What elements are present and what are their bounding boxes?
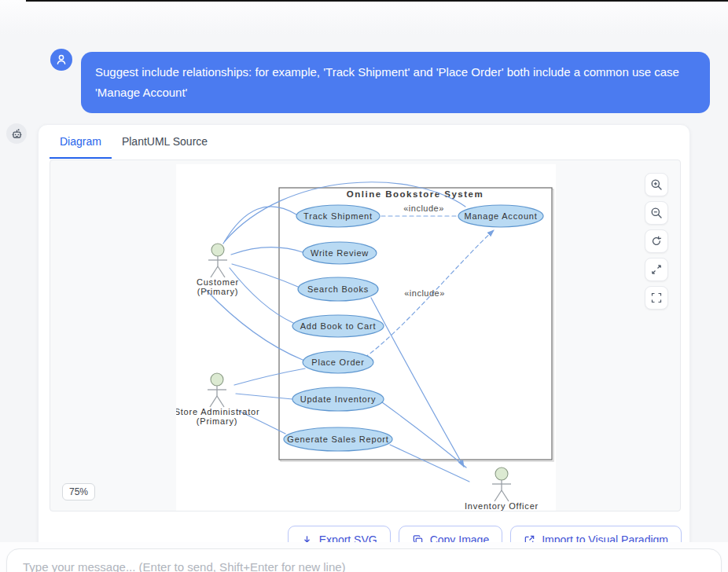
system-boundary-title: Online Bookstore System bbox=[347, 189, 483, 199]
usecase-place-order[interactable]: Place Order bbox=[303, 351, 373, 373]
top-edge-line bbox=[26, 0, 728, 2]
actor-name: Store Administrator bbox=[176, 407, 259, 416]
robot-icon bbox=[10, 127, 24, 141]
usecase-track-shipment[interactable]: Track Shipment bbox=[296, 205, 380, 227]
diagram-canvas: Online Bookstore System«include»«include… bbox=[176, 164, 556, 512]
input-strip bbox=[0, 542, 728, 572]
reset-view-icon bbox=[650, 235, 663, 248]
usecase-search-books[interactable]: Search Books bbox=[298, 277, 378, 301]
actor-head bbox=[211, 244, 224, 256]
person-icon bbox=[55, 53, 68, 66]
zoom-level-badge: 75% bbox=[62, 483, 95, 500]
tab-bar: Diagram PlantUML Source bbox=[50, 125, 218, 160]
usecase-diagram: Online Bookstore System«include»«include… bbox=[176, 164, 556, 512]
message-input-box bbox=[6, 548, 722, 572]
actor-inventory-officer[interactable]: Inventory Officer(Secondary) bbox=[465, 468, 539, 512]
message-input[interactable] bbox=[7, 549, 721, 572]
zoom-in-button[interactable] bbox=[645, 173, 668, 196]
usecase-write-review[interactable]: Write Review bbox=[303, 242, 377, 264]
actor-head bbox=[211, 373, 223, 386]
actor-role: (Primary) bbox=[197, 416, 237, 426]
actor-role: (Secondary) bbox=[475, 511, 529, 512]
usecase-label: Update Inventory bbox=[300, 394, 377, 404]
zoom-out-icon bbox=[650, 207, 663, 219]
fit-screen-icon bbox=[650, 263, 663, 276]
diagram-viewport[interactable]: Online Bookstore System«include»«include… bbox=[50, 160, 681, 512]
user-avatar bbox=[50, 49, 72, 71]
tab-plantuml-source[interactable]: PlantUML Source bbox=[112, 125, 218, 159]
usecase-add-book-to-cart[interactable]: Add Book to Cart bbox=[292, 315, 384, 337]
include-label: «include» bbox=[404, 288, 445, 298]
actor-name: Customer bbox=[197, 277, 239, 287]
fullscreen-button[interactable] bbox=[645, 286, 668, 310]
include-label: «include» bbox=[403, 204, 444, 213]
user-message-bubble: Suggest include relationships: for examp… bbox=[81, 52, 710, 113]
usecase-label: Place Order bbox=[311, 358, 365, 367]
usecase-label: Track Shipment bbox=[303, 211, 373, 221]
usecase-generate-sales-report[interactable]: Generate Sales Report bbox=[284, 427, 392, 451]
tab-diagram[interactable]: Diagram bbox=[50, 125, 112, 159]
zoom-out-button[interactable] bbox=[645, 201, 668, 225]
usecase-label: Add Book to Cart bbox=[300, 321, 377, 331]
reset-view-button[interactable] bbox=[645, 229, 668, 253]
usecase-label: Manage Account bbox=[464, 211, 537, 221]
zoom-controls bbox=[645, 173, 668, 314]
usecase-label: Search Books bbox=[307, 284, 369, 294]
actor-head bbox=[495, 468, 508, 480]
bot-avatar bbox=[6, 123, 27, 144]
usecase-update-inventory[interactable]: Update Inventory bbox=[292, 387, 384, 411]
zoom-in-icon bbox=[650, 178, 663, 191]
usecase-label: Write Review bbox=[311, 248, 369, 258]
fit-screen-button[interactable] bbox=[645, 258, 668, 281]
actor-customer[interactable]: Customer(Primary) bbox=[197, 244, 239, 296]
usecase-label: Generate Sales Report bbox=[287, 434, 388, 444]
usecase-manage-account[interactable]: Manage Account bbox=[458, 205, 543, 227]
fullscreen-icon bbox=[650, 292, 663, 304]
actor-name: Inventory Officer bbox=[465, 501, 539, 511]
actor-role: (Primary) bbox=[197, 287, 238, 296]
diagram-card: Diagram PlantUML Source Online Bookstore… bbox=[38, 124, 690, 553]
